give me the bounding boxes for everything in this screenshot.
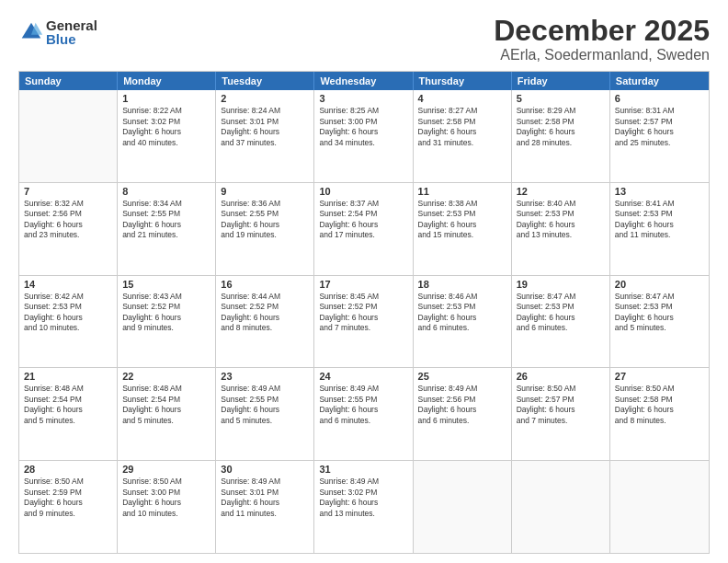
calendar-cell: 22Sunrise: 8:48 AM Sunset: 2:54 PM Dayli…	[118, 368, 216, 460]
day-info: Sunrise: 8:31 AM Sunset: 2:57 PM Dayligh…	[615, 106, 704, 148]
day-info: Sunrise: 8:50 AM Sunset: 2:57 PM Dayligh…	[517, 384, 605, 426]
day-info: Sunrise: 8:50 AM Sunset: 2:58 PM Dayligh…	[615, 384, 704, 426]
calendar-cell: 21Sunrise: 8:48 AM Sunset: 2:54 PM Dayli…	[19, 368, 118, 460]
calendar-cell: 20Sunrise: 8:47 AM Sunset: 2:53 PM Dayli…	[610, 276, 709, 368]
day-info: Sunrise: 8:36 AM Sunset: 2:55 PM Dayligh…	[221, 199, 309, 241]
calendar-cell: 15Sunrise: 8:43 AM Sunset: 2:52 PM Dayli…	[118, 276, 216, 368]
day-info: Sunrise: 8:49 AM Sunset: 3:02 PM Dayligh…	[319, 477, 407, 519]
calendar-cell: 29Sunrise: 8:50 AM Sunset: 3:00 PM Dayli…	[118, 461, 216, 553]
calendar-cell: 3Sunrise: 8:25 AM Sunset: 3:00 PM Daylig…	[314, 90, 413, 182]
calendar-week-4: 21Sunrise: 8:48 AM Sunset: 2:54 PM Dayli…	[19, 368, 709, 461]
day-number: 2	[221, 93, 309, 104]
day-number: 16	[221, 279, 309, 290]
calendar-cell: 18Sunrise: 8:46 AM Sunset: 2:53 PM Dayli…	[414, 276, 512, 368]
day-number: 23	[221, 371, 309, 382]
calendar-cell: 4Sunrise: 8:27 AM Sunset: 2:58 PM Daylig…	[414, 90, 512, 182]
day-info: Sunrise: 8:41 AM Sunset: 2:53 PM Dayligh…	[615, 199, 704, 241]
calendar-cell: 2Sunrise: 8:24 AM Sunset: 3:01 PM Daylig…	[216, 90, 314, 182]
calendar-cell: 17Sunrise: 8:45 AM Sunset: 2:52 PM Dayli…	[314, 276, 413, 368]
calendar-cell: 27Sunrise: 8:50 AM Sunset: 2:58 PM Dayli…	[610, 368, 709, 460]
day-number: 21	[24, 371, 112, 382]
calendar-week-3: 14Sunrise: 8:42 AM Sunset: 2:53 PM Dayli…	[19, 276, 709, 369]
day-number: 8	[122, 186, 210, 197]
day-info: Sunrise: 8:37 AM Sunset: 2:54 PM Dayligh…	[319, 199, 407, 241]
day-info: Sunrise: 8:32 AM Sunset: 2:56 PM Dayligh…	[24, 199, 112, 241]
day-number: 5	[517, 93, 605, 104]
day-number: 22	[122, 371, 210, 382]
day-info: Sunrise: 8:22 AM Sunset: 3:02 PM Dayligh…	[122, 106, 210, 148]
day-number: 4	[418, 93, 506, 104]
header-cell-monday: Monday	[118, 72, 216, 90]
day-number: 13	[615, 186, 704, 197]
day-number: 3	[319, 93, 407, 104]
day-number: 10	[319, 186, 407, 197]
day-info: Sunrise: 8:50 AM Sunset: 2:59 PM Dayligh…	[24, 477, 112, 519]
day-number: 15	[122, 279, 210, 290]
day-info: Sunrise: 8:40 AM Sunset: 2:53 PM Dayligh…	[517, 199, 605, 241]
header-cell-friday: Friday	[512, 72, 610, 90]
day-info: Sunrise: 8:25 AM Sunset: 3:00 PM Dayligh…	[319, 106, 407, 148]
day-number: 26	[517, 371, 605, 382]
calendar-cell: 23Sunrise: 8:49 AM Sunset: 2:55 PM Dayli…	[216, 368, 314, 460]
day-number: 12	[517, 186, 605, 197]
calendar-subtitle: AErla, Soedermanland, Sweden	[494, 47, 710, 63]
calendar-cell: 10Sunrise: 8:37 AM Sunset: 2:54 PM Dayli…	[314, 183, 413, 275]
day-info: Sunrise: 8:47 AM Sunset: 2:53 PM Dayligh…	[517, 292, 605, 334]
logo: General Blue	[18, 18, 97, 46]
calendar-week-1: 1Sunrise: 8:22 AM Sunset: 3:02 PM Daylig…	[19, 90, 709, 183]
day-info: Sunrise: 8:48 AM Sunset: 2:54 PM Dayligh…	[24, 384, 112, 426]
header-cell-tuesday: Tuesday	[216, 72, 314, 90]
day-number: 9	[221, 186, 309, 197]
calendar-cell: 14Sunrise: 8:42 AM Sunset: 2:53 PM Dayli…	[19, 276, 118, 368]
day-info: Sunrise: 8:24 AM Sunset: 3:01 PM Dayligh…	[221, 106, 309, 148]
calendar-cell: 24Sunrise: 8:49 AM Sunset: 2:55 PM Dayli…	[314, 368, 413, 460]
calendar-cell: 13Sunrise: 8:41 AM Sunset: 2:53 PM Dayli…	[610, 183, 709, 275]
day-number: 11	[418, 186, 506, 197]
calendar-cell: 12Sunrise: 8:40 AM Sunset: 2:53 PM Dayli…	[512, 183, 610, 275]
calendar-week-2: 7Sunrise: 8:32 AM Sunset: 2:56 PM Daylig…	[19, 183, 709, 276]
calendar-title: December 2025	[494, 15, 710, 47]
calendar-cell: 11Sunrise: 8:38 AM Sunset: 2:53 PM Dayli…	[414, 183, 512, 275]
header-cell-wednesday: Wednesday	[314, 72, 413, 90]
header-cell-sunday: Sunday	[19, 72, 118, 90]
day-number: 25	[418, 371, 506, 382]
day-info: Sunrise: 8:42 AM Sunset: 2:53 PM Dayligh…	[24, 292, 112, 334]
day-info: Sunrise: 8:34 AM Sunset: 2:55 PM Dayligh…	[122, 199, 210, 241]
calendar-cell: 7Sunrise: 8:32 AM Sunset: 2:56 PM Daylig…	[19, 183, 118, 275]
calendar-cell: 31Sunrise: 8:49 AM Sunset: 3:02 PM Dayli…	[314, 461, 413, 553]
day-info: Sunrise: 8:29 AM Sunset: 2:58 PM Dayligh…	[517, 106, 605, 148]
calendar-cell: 5Sunrise: 8:29 AM Sunset: 2:58 PM Daylig…	[512, 90, 610, 182]
calendar-cell	[610, 461, 709, 553]
day-info: Sunrise: 8:49 AM Sunset: 2:55 PM Dayligh…	[319, 384, 407, 426]
day-info: Sunrise: 8:48 AM Sunset: 2:54 PM Dayligh…	[122, 384, 210, 426]
calendar-cell: 30Sunrise: 8:49 AM Sunset: 3:01 PM Dayli…	[216, 461, 314, 553]
day-info: Sunrise: 8:38 AM Sunset: 2:53 PM Dayligh…	[418, 199, 506, 241]
title-block: December 2025 AErla, Soedermanland, Swed…	[494, 15, 710, 63]
day-number: 28	[24, 464, 112, 475]
logo-blue-text: Blue	[46, 32, 97, 46]
logo-text: General Blue	[46, 18, 97, 46]
header-cell-thursday: Thursday	[414, 72, 512, 90]
logo-icon	[18, 19, 44, 45]
logo-general-text: General	[46, 18, 97, 32]
calendar-week-5: 28Sunrise: 8:50 AM Sunset: 2:59 PM Dayli…	[19, 461, 709, 553]
calendar-header: SundayMondayTuesdayWednesdayThursdayFrid…	[19, 72, 709, 90]
day-number: 24	[319, 371, 407, 382]
calendar-cell: 28Sunrise: 8:50 AM Sunset: 2:59 PM Dayli…	[19, 461, 118, 553]
day-info: Sunrise: 8:27 AM Sunset: 2:58 PM Dayligh…	[418, 106, 506, 148]
day-number: 18	[418, 279, 506, 290]
day-number: 6	[615, 93, 704, 104]
calendar-cell	[512, 461, 610, 553]
calendar-cell: 8Sunrise: 8:34 AM Sunset: 2:55 PM Daylig…	[118, 183, 216, 275]
day-info: Sunrise: 8:49 AM Sunset: 3:01 PM Dayligh…	[221, 477, 309, 519]
calendar-cell	[414, 461, 512, 553]
calendar-cell: 1Sunrise: 8:22 AM Sunset: 3:02 PM Daylig…	[118, 90, 216, 182]
day-number: 19	[517, 279, 605, 290]
calendar-cell: 19Sunrise: 8:47 AM Sunset: 2:53 PM Dayli…	[512, 276, 610, 368]
page: General Blue December 2025 AErla, Soeder…	[0, 0, 728, 563]
calendar: SundayMondayTuesdayWednesdayThursdayFrid…	[18, 71, 710, 554]
day-info: Sunrise: 8:47 AM Sunset: 2:53 PM Dayligh…	[615, 292, 704, 334]
day-info: Sunrise: 8:45 AM Sunset: 2:52 PM Dayligh…	[319, 292, 407, 334]
day-number: 29	[122, 464, 210, 475]
day-number: 7	[24, 186, 112, 197]
